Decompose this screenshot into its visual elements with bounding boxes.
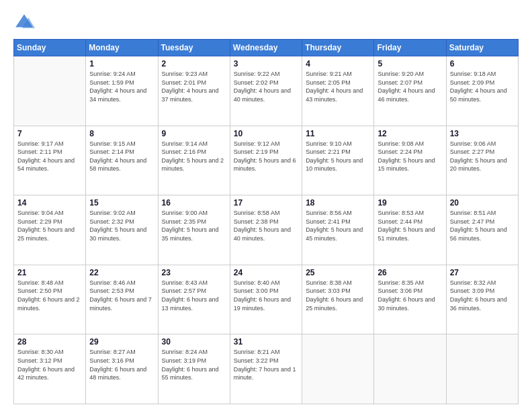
calendar-cell: 3Sunrise: 9:22 AMSunset: 2:02 PMDaylight… xyxy=(230,56,302,126)
day-info: Sunrise: 8:51 AMSunset: 2:47 PMDaylight:… xyxy=(450,209,515,242)
day-info: Sunrise: 9:00 AMSunset: 2:35 PMDaylight:… xyxy=(162,209,226,242)
calendar-cell: 13Sunrise: 9:06 AMSunset: 2:27 PMDayligh… xyxy=(446,126,518,195)
calendar-cell: 5Sunrise: 9:20 AMSunset: 2:07 PMDaylight… xyxy=(374,56,446,126)
day-number: 5 xyxy=(378,59,442,68)
day-number: 14 xyxy=(17,198,82,208)
week-row-1: 1Sunrise: 9:24 AMSunset: 1:59 PMDaylight… xyxy=(14,56,519,126)
day-number: 30 xyxy=(162,337,226,347)
day-info: Sunrise: 9:04 AMSunset: 2:29 PMDaylight:… xyxy=(17,209,82,242)
day-info: Sunrise: 8:27 AMSunset: 3:16 PMDaylight:… xyxy=(89,348,154,381)
calendar-cell: 31Sunrise: 8:21 AMSunset: 3:22 PMDayligh… xyxy=(230,334,302,404)
weekday-header-monday: Monday xyxy=(86,40,158,56)
header xyxy=(13,12,519,34)
calendar-cell: 18Sunrise: 8:56 AMSunset: 2:41 PMDayligh… xyxy=(302,195,374,265)
day-number: 24 xyxy=(234,268,298,277)
calendar-cell: 29Sunrise: 8:27 AMSunset: 3:16 PMDayligh… xyxy=(86,334,158,404)
day-info: Sunrise: 8:38 AMSunset: 3:03 PMDaylight:… xyxy=(306,279,370,312)
day-info: Sunrise: 9:22 AMSunset: 2:02 PMDaylight:… xyxy=(234,70,298,103)
calendar-cell: 9Sunrise: 9:14 AMSunset: 2:16 PMDaylight… xyxy=(158,126,230,195)
day-info: Sunrise: 9:17 AMSunset: 2:11 PMDaylight:… xyxy=(17,140,82,173)
day-number: 9 xyxy=(162,129,226,138)
calendar-cell: 11Sunrise: 9:10 AMSunset: 2:21 PMDayligh… xyxy=(302,126,374,195)
calendar-cell: 27Sunrise: 8:32 AMSunset: 3:09 PMDayligh… xyxy=(446,265,518,334)
calendar-cell: 20Sunrise: 8:51 AMSunset: 2:47 PMDayligh… xyxy=(446,195,518,265)
calendar-cell: 6Sunrise: 9:18 AMSunset: 2:09 PMDaylight… xyxy=(446,56,518,126)
day-info: Sunrise: 9:08 AMSunset: 2:24 PMDaylight:… xyxy=(378,140,442,173)
calendar-cell: 25Sunrise: 8:38 AMSunset: 3:03 PMDayligh… xyxy=(302,265,374,334)
calendar-cell: 24Sunrise: 8:40 AMSunset: 3:00 PMDayligh… xyxy=(230,265,302,334)
day-info: Sunrise: 8:58 AMSunset: 2:38 PMDaylight:… xyxy=(234,209,298,242)
day-info: Sunrise: 8:30 AMSunset: 3:12 PMDaylight:… xyxy=(17,348,82,381)
day-number: 27 xyxy=(450,268,515,277)
day-number: 10 xyxy=(234,129,298,138)
day-number: 6 xyxy=(450,59,515,68)
day-number: 22 xyxy=(89,268,154,277)
calendar-cell: 28Sunrise: 8:30 AMSunset: 3:12 PMDayligh… xyxy=(14,334,86,404)
day-number: 29 xyxy=(89,337,154,347)
day-info: Sunrise: 8:40 AMSunset: 3:00 PMDaylight:… xyxy=(234,279,298,312)
calendar-cell xyxy=(302,334,374,404)
day-number: 15 xyxy=(89,198,154,208)
day-number: 12 xyxy=(378,129,442,138)
calendar-header: SundayMondayTuesdayWednesdayThursdayFrid… xyxy=(14,40,519,56)
logo xyxy=(13,12,39,34)
calendar-cell: 7Sunrise: 9:17 AMSunset: 2:11 PMDaylight… xyxy=(14,126,86,195)
day-info: Sunrise: 8:53 AMSunset: 2:44 PMDaylight:… xyxy=(378,209,442,242)
calendar-cell xyxy=(446,334,518,404)
weekday-header-saturday: Saturday xyxy=(446,40,518,56)
day-number: 2 xyxy=(162,59,226,68)
day-info: Sunrise: 8:56 AMSunset: 2:41 PMDaylight:… xyxy=(306,209,370,242)
week-row-5: 28Sunrise: 8:30 AMSunset: 3:12 PMDayligh… xyxy=(14,334,519,404)
weekday-header-sunday: Sunday xyxy=(14,40,86,56)
day-number: 13 xyxy=(450,129,515,138)
day-info: Sunrise: 8:35 AMSunset: 3:06 PMDaylight:… xyxy=(378,279,442,312)
day-number: 3 xyxy=(234,59,298,68)
calendar-cell xyxy=(14,56,86,126)
calendar-cell: 2Sunrise: 9:23 AMSunset: 2:01 PMDaylight… xyxy=(158,56,230,126)
day-number: 16 xyxy=(162,198,226,208)
day-info: Sunrise: 9:14 AMSunset: 2:16 PMDaylight:… xyxy=(162,140,226,173)
calendar-cell: 19Sunrise: 8:53 AMSunset: 2:44 PMDayligh… xyxy=(374,195,446,265)
day-number: 21 xyxy=(17,268,82,277)
weekday-header-thursday: Thursday xyxy=(302,40,374,56)
day-number: 17 xyxy=(234,198,298,208)
day-info: Sunrise: 8:43 AMSunset: 2:57 PMDaylight:… xyxy=(162,279,226,312)
calendar-cell: 4Sunrise: 9:21 AMSunset: 2:05 PMDaylight… xyxy=(302,56,374,126)
calendar-cell: 14Sunrise: 9:04 AMSunset: 2:29 PMDayligh… xyxy=(14,195,86,265)
weekday-header-friday: Friday xyxy=(374,40,446,56)
day-number: 11 xyxy=(306,129,370,138)
day-info: Sunrise: 9:23 AMSunset: 2:01 PMDaylight:… xyxy=(162,70,226,103)
day-info: Sunrise: 9:24 AMSunset: 1:59 PMDaylight:… xyxy=(89,70,154,103)
day-info: Sunrise: 9:12 AMSunset: 2:19 PMDaylight:… xyxy=(234,140,298,173)
day-info: Sunrise: 9:02 AMSunset: 2:32 PMDaylight:… xyxy=(89,209,154,242)
calendar-body: 1Sunrise: 9:24 AMSunset: 1:59 PMDaylight… xyxy=(14,56,519,404)
calendar-cell: 17Sunrise: 8:58 AMSunset: 2:38 PMDayligh… xyxy=(230,195,302,265)
calendar-cell: 1Sunrise: 9:24 AMSunset: 1:59 PMDaylight… xyxy=(86,56,158,126)
calendar-cell: 21Sunrise: 8:48 AMSunset: 2:50 PMDayligh… xyxy=(14,265,86,334)
day-number: 20 xyxy=(450,198,515,208)
day-number: 8 xyxy=(89,129,154,138)
day-info: Sunrise: 8:24 AMSunset: 3:19 PMDaylight:… xyxy=(162,348,226,381)
page: SundayMondayTuesdayWednesdayThursdayFrid… xyxy=(0,0,532,411)
day-info: Sunrise: 8:46 AMSunset: 2:53 PMDaylight:… xyxy=(89,279,154,312)
day-number: 31 xyxy=(234,337,298,347)
day-number: 18 xyxy=(306,198,370,208)
day-info: Sunrise: 9:21 AMSunset: 2:05 PMDaylight:… xyxy=(306,70,370,103)
calendar-cell: 8Sunrise: 9:15 AMSunset: 2:14 PMDaylight… xyxy=(86,126,158,195)
day-info: Sunrise: 8:48 AMSunset: 2:50 PMDaylight:… xyxy=(17,279,82,312)
day-info: Sunrise: 8:32 AMSunset: 3:09 PMDaylight:… xyxy=(450,279,515,312)
calendar-cell: 12Sunrise: 9:08 AMSunset: 2:24 PMDayligh… xyxy=(374,126,446,195)
day-number: 26 xyxy=(378,268,442,277)
calendar-cell: 23Sunrise: 8:43 AMSunset: 2:57 PMDayligh… xyxy=(158,265,230,334)
logo-icon xyxy=(13,12,35,34)
week-row-3: 14Sunrise: 9:04 AMSunset: 2:29 PMDayligh… xyxy=(14,195,519,265)
week-row-4: 21Sunrise: 8:48 AMSunset: 2:50 PMDayligh… xyxy=(14,265,519,334)
day-number: 7 xyxy=(17,129,82,138)
day-number: 4 xyxy=(306,59,370,68)
day-info: Sunrise: 9:10 AMSunset: 2:21 PMDaylight:… xyxy=(306,140,370,173)
day-info: Sunrise: 8:21 AMSunset: 3:22 PMDaylight:… xyxy=(234,348,298,381)
calendar-cell: 15Sunrise: 9:02 AMSunset: 2:32 PMDayligh… xyxy=(86,195,158,265)
day-number: 23 xyxy=(162,268,226,277)
calendar-cell: 26Sunrise: 8:35 AMSunset: 3:06 PMDayligh… xyxy=(374,265,446,334)
weekday-header-wednesday: Wednesday xyxy=(230,40,302,56)
